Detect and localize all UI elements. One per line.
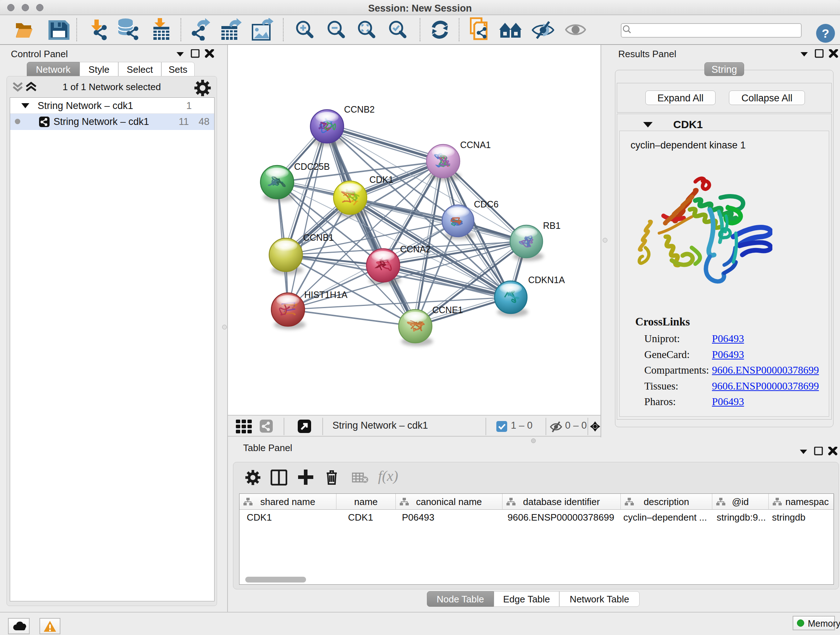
svg-text:CDKN1A: CDKN1A	[528, 275, 565, 285]
svg-text:HIST1H1A: HIST1H1A	[304, 290, 347, 300]
svg-text:CCNB2: CCNB2	[344, 104, 375, 114]
svg-text:CCNE1: CCNE1	[432, 305, 463, 315]
svg-text:CCNB1: CCNB1	[303, 233, 334, 242]
svg-text:CCNA2: CCNA2	[400, 244, 431, 254]
svg-text:CDC25B: CDC25B	[294, 162, 330, 172]
svg-text:CDC6: CDC6	[474, 199, 499, 209]
svg-text:CDK1: CDK1	[369, 174, 393, 185]
svg-text:RB1: RB1	[543, 220, 561, 231]
svg-text:CCNA1: CCNA1	[460, 140, 491, 150]
